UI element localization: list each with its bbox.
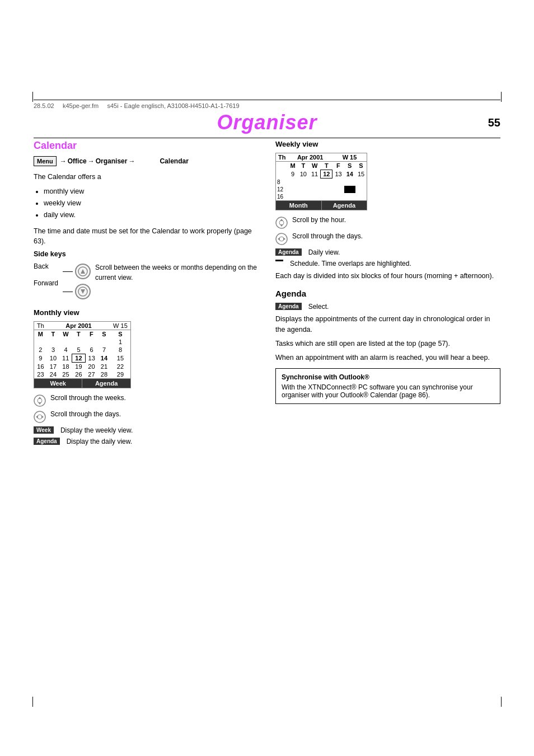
agenda-badge-weekly: Agenda bbox=[275, 248, 302, 256]
back-label: Back bbox=[34, 262, 58, 270]
agenda-badge-text-weekly: Daily view. bbox=[308, 248, 340, 256]
meta-text: 28.5.02 k45pe-ger.fm s45i - Eagle englis… bbox=[34, 100, 240, 109]
wv-m: M bbox=[288, 162, 297, 170]
monthly-calendar-wrapper: Th Apr 2001 W 15 M T W T F S S bbox=[34, 321, 131, 388]
wv-header-week: W 15 bbox=[332, 153, 367, 162]
menu-badge: Menu bbox=[34, 156, 57, 166]
arrow2: → bbox=[88, 157, 95, 165]
sync-title: Synchronise with Outlook® bbox=[282, 373, 494, 381]
left-column: Calendar Menu → Office → Organiser → Cal… bbox=[34, 140, 259, 449]
wv-9: 9 bbox=[288, 170, 297, 179]
keys-description: Scroll between the weeks or months depen… bbox=[95, 262, 259, 283]
schedule-note: Schedule. Time overlaps are highlighted. bbox=[275, 260, 500, 267]
sync-title-text: Synchronise with Outlook® bbox=[282, 373, 369, 381]
arrow3: → bbox=[128, 157, 135, 165]
agenda-select-item: Agenda Select. bbox=[275, 303, 500, 311]
monthly-scroll1-text: Scroll through the weeks. bbox=[50, 394, 126, 402]
col-f: F bbox=[85, 330, 98, 339]
monthly-scroll2-text: Scroll through the days. bbox=[50, 410, 121, 418]
wv-blank bbox=[276, 162, 288, 170]
agenda-desc3: When an appointment with an alarm is rea… bbox=[275, 353, 500, 363]
svg-marker-15 bbox=[280, 224, 283, 227]
agenda-desc2: Tasks which are still open are listed at… bbox=[275, 339, 500, 349]
agenda-btn-monthly[interactable]: Agenda bbox=[82, 379, 130, 388]
schedule-dash-icon bbox=[275, 260, 283, 261]
left-tick-top bbox=[32, 92, 33, 102]
wv-row-12: 12 bbox=[276, 186, 367, 193]
month-row-5: 23242526272829 bbox=[34, 370, 130, 378]
forward-circle bbox=[75, 284, 91, 299]
wv-time-16: 16 bbox=[276, 193, 288, 200]
monthly-scroll1: Scroll through the weeks. bbox=[34, 394, 259, 407]
sync-box: Synchronise with Outlook® With the XTNDC… bbox=[275, 368, 500, 404]
blocks-text: Each day is divided into six blocks of f… bbox=[275, 271, 500, 281]
forward-label: Forward bbox=[34, 279, 58, 287]
left-tick-bottom bbox=[32, 697, 33, 707]
weekly-scroll2-text: Scroll through the days. bbox=[292, 232, 363, 240]
agenda-desc1: Displays the appointments of the current… bbox=[275, 314, 500, 335]
col-m: M bbox=[34, 330, 47, 339]
svg-marker-1 bbox=[81, 269, 85, 274]
week-btn[interactable]: Week bbox=[34, 379, 82, 388]
agenda-btn-weekly[interactable]: Agenda bbox=[321, 201, 367, 210]
keys-labels: Back Forward bbox=[34, 262, 58, 287]
scroll-lr-icon-2 bbox=[275, 233, 288, 245]
wv-f: F bbox=[332, 162, 344, 170]
menu-path-line: Menu → Office → Organiser → Calendar bbox=[34, 156, 259, 166]
col-w: W bbox=[59, 330, 72, 339]
svg-point-13 bbox=[279, 220, 284, 225]
svg-point-5 bbox=[38, 398, 42, 403]
monthly-agenda-item: Agenda Display the daily view. bbox=[34, 438, 259, 445]
today-cell: 12 bbox=[72, 354, 85, 363]
agenda-badge-text-monthly: Display the daily view. bbox=[67, 438, 132, 445]
svg-marker-11 bbox=[41, 415, 44, 419]
wv-10: 10 bbox=[298, 170, 309, 179]
month-btn[interactable]: Month bbox=[276, 201, 321, 210]
week-badge: Week bbox=[34, 426, 54, 434]
path-office: Office bbox=[68, 157, 87, 165]
meta-file: k45pe-ger.fm bbox=[63, 102, 99, 109]
monthly-week-item: Week Display the weekly view. bbox=[34, 426, 259, 434]
calendar-intro: The Calendar offers a bbox=[34, 172, 259, 182]
month-header-week: W 15 bbox=[110, 322, 130, 330]
content-area: Calendar Menu → Office → Organiser → Cal… bbox=[34, 140, 500, 449]
month-row-1: 1 bbox=[34, 338, 130, 346]
wv-w: W bbox=[309, 162, 321, 170]
wv-13: 13 bbox=[332, 170, 344, 179]
svg-marker-3 bbox=[81, 289, 85, 294]
svg-marker-10 bbox=[36, 415, 38, 419]
page-title: Organiser bbox=[217, 111, 317, 134]
weekly-agenda-item: Agenda Daily view. bbox=[275, 248, 500, 256]
calendar-bullets: monthly view weekly view daily view. bbox=[44, 186, 259, 222]
side-keys-diagram: Back Forward bbox=[34, 262, 259, 299]
path-calendar: Calendar bbox=[160, 157, 188, 165]
monthly-view-title: Monthly view bbox=[34, 308, 259, 317]
agenda-select-text: Select. bbox=[308, 303, 329, 311]
svg-marker-14 bbox=[280, 219, 283, 221]
svg-marker-7 bbox=[38, 402, 41, 405]
scroll-up-icon-2 bbox=[275, 217, 288, 229]
meta-header: 28.5.02 k45pe-ger.fm s45i - Eagle englis… bbox=[34, 100, 500, 109]
bullet-weekly: weekly view bbox=[44, 198, 259, 209]
col-t2: T bbox=[72, 330, 85, 339]
sync-text: With the XTNDConnect® PC software you ca… bbox=[282, 383, 494, 399]
schedule-text: Schedule. Time overlaps are highlighted. bbox=[290, 260, 411, 267]
week-badge-text: Display the weekly view. bbox=[60, 426, 133, 434]
back-circle bbox=[75, 264, 91, 279]
wv-t-today: T bbox=[321, 162, 332, 170]
svg-point-17 bbox=[279, 237, 284, 241]
month-row-4: 16171819202122 bbox=[34, 363, 130, 371]
wv-header-month: Apr 2001 bbox=[288, 153, 332, 162]
bullet-daily: daily view. bbox=[44, 209, 259, 221]
svg-marker-6 bbox=[38, 397, 41, 399]
agenda-title: Agenda bbox=[275, 289, 500, 298]
wv-s1: S bbox=[344, 162, 355, 170]
weekly-scroll1: Scroll by the hour. bbox=[275, 216, 500, 229]
col-t1: T bbox=[47, 330, 59, 339]
path-organiser: Organiser bbox=[96, 157, 128, 165]
month-row-2: 2345678 bbox=[34, 346, 130, 354]
right-column: Weekly view Th Apr 2001 W 15 M T W bbox=[275, 140, 500, 449]
bold-14: 14 bbox=[98, 354, 110, 363]
weekly-scroll1-text: Scroll by the hour. bbox=[292, 216, 346, 224]
wv-12: 12 bbox=[321, 170, 332, 179]
